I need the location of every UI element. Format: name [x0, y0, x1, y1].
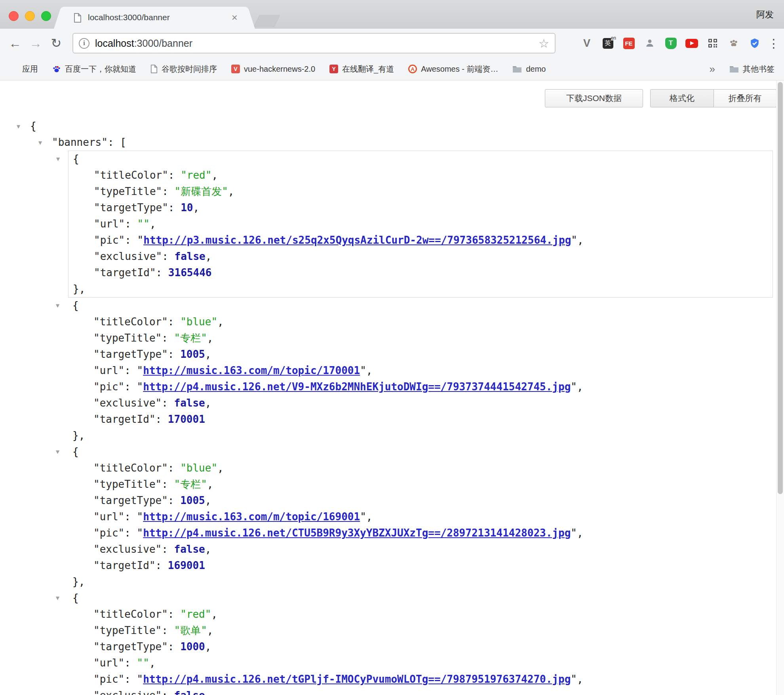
json-key: "titleColor" [93, 608, 168, 620]
window-minimize-button[interactable] [25, 11, 35, 21]
json-line: "targetType": 1005, [68, 346, 773, 363]
json-comma: , [150, 218, 156, 230]
json-number-value: 170001 [168, 413, 205, 425]
bookmark-star-icon[interactable]: ☆ [539, 36, 549, 50]
bookmark-label: 在线翻译_有道 [342, 64, 394, 74]
window-controls [9, 11, 51, 21]
json-key: "pic" [93, 673, 124, 685]
forward-button[interactable]: → [25, 36, 46, 51]
json-line: "pic": "http://p4.music.126.net/V9-MXz6b… [68, 379, 773, 395]
json-number-value: 10 [181, 202, 193, 214]
folder-icon [729, 65, 739, 73]
json-url-link[interactable]: http://p4.music.126.net/tGPljf-IMOCyPvum… [143, 673, 571, 685]
json-url-link[interactable]: http://p4.music.126.net/CTU5B9R9y3XyYBZX… [143, 527, 571, 539]
new-tab-button[interactable] [254, 15, 280, 27]
json-key: "exclusive" [93, 689, 162, 695]
reload-button[interactable]: ↻ [46, 36, 67, 51]
json-banner-object: ▼{"titleColor": "red","typeTitle": "歌单",… [68, 590, 773, 695]
json-url-link[interactable]: http://p3.music.126.net/s25q2x5QyqsAzilC… [143, 234, 571, 246]
close-tab-icon[interactable]: × [232, 11, 238, 24]
json-number-value: 1005 [180, 348, 205, 360]
window-close-button[interactable] [9, 11, 19, 21]
json-colon: : [162, 332, 174, 344]
back-button[interactable]: ← [5, 36, 25, 51]
other-bookmarks[interactable]: 其他书签 [729, 64, 774, 74]
bookmark-apps[interactable]: 应用 [10, 64, 38, 74]
json-key: "typeTitle" [93, 332, 162, 344]
json-key: "targetId" [94, 267, 156, 279]
json-line: "url": "http://music.163.com/m/topic/170… [68, 363, 773, 379]
browser-tab[interactable]: localhost:3000/banner × [63, 7, 246, 29]
bookmarks-overflow-chevron[interactable]: » [710, 63, 715, 75]
json-colon: : [162, 250, 174, 262]
t-glyph: T [665, 38, 677, 49]
json-key: "targetType" [93, 495, 168, 506]
json-line: "exclusive": false, [68, 541, 773, 558]
vue-icon: V [231, 65, 240, 73]
json-line: "titleColor": "red", [69, 167, 773, 183]
json-key: "exclusive" [93, 397, 162, 409]
json-comma: , [205, 543, 211, 555]
bookmark-vue-hackernews[interactable]: V vue-hackernews-2.0 [231, 65, 315, 74]
bookmark-google-sort[interactable]: 谷歌按时间排序 [150, 64, 217, 74]
bookmark-demo[interactable]: demo [512, 65, 546, 74]
browser-window: localhost:3000/banner × 阿发 ← → ↻ i local… [0, 0, 784, 695]
json-boolean-value: false [174, 689, 205, 695]
json-string-value: "blue" [180, 316, 217, 328]
youtube-extension-icon[interactable] [685, 36, 698, 50]
collapse-toggle-icon[interactable]: ▼ [38, 135, 52, 151]
collapse-toggle-icon[interactable]: ▼ [56, 590, 59, 606]
json-line: "typeTitle": "专栏", [68, 330, 773, 346]
collapse-toggle-icon[interactable]: ▼ [56, 298, 59, 314]
json-colon: : [156, 267, 168, 279]
scrollbar-thumb[interactable] [778, 82, 783, 494]
json-colon: : [156, 559, 168, 571]
json-line: }, [68, 428, 773, 444]
json-number-value: 1000 [180, 641, 205, 653]
page-info-icon[interactable]: i [79, 38, 89, 49]
collapse-toggle-icon[interactable]: ▼ [17, 118, 30, 135]
shield-t-extension-icon[interactable]: T [664, 36, 677, 50]
json-colon: : [162, 624, 174, 636]
json-open-brace: { [72, 300, 79, 311]
browser-toolbar: ← → ↻ i localhost:3000/banner ☆ V 英en FE… [0, 29, 784, 58]
json-key: "exclusive" [93, 543, 162, 555]
json-comma: , [366, 365, 373, 376]
menu-icon[interactable]: ⋮ [769, 36, 778, 50]
json-line: ▼"banners": [ [0, 134, 775, 151]
json-line: ▼{ [68, 590, 773, 606]
json-url-link[interactable]: http://p4.music.126.net/V9-MXz6b2MNhEKju… [143, 381, 571, 393]
collapse-toggle-icon[interactable]: ▼ [56, 444, 59, 460]
window-fullscreen-button[interactable] [41, 11, 51, 21]
collapse-toggle-icon[interactable]: ▼ [56, 151, 60, 167]
paw-extension-icon[interactable] [727, 36, 740, 50]
json-line: "titleColor": "blue", [68, 314, 773, 330]
json-colon: : [124, 365, 137, 376]
nav-buttons: ← → ↻ [5, 29, 67, 58]
bookmark-youdao[interactable]: Y 在线翻译_有道 [329, 64, 394, 74]
fe-extension-icon[interactable]: FE [622, 36, 636, 50]
qr-code-extension-icon[interactable] [706, 36, 719, 50]
translate-extension-icon[interactable]: 英en [601, 36, 615, 50]
json-line: "targetId": 3165446 [69, 265, 773, 281]
address-bar[interactable]: i localhost:3000/banner ☆ [72, 33, 556, 53]
json-key: "url" [93, 657, 124, 669]
json-viewer: ▼{ ▼"banners": [ ▼{"titleColor": "red","… [0, 80, 775, 695]
json-open-brace: { [30, 120, 36, 132]
json-comma: , [577, 673, 583, 685]
bookmark-label: demo [526, 65, 546, 74]
tab-strip: localhost:3000/banner × 阿发 [0, 0, 784, 29]
en-glyph: en [611, 36, 616, 40]
json-line: "typeTitle": "专栏", [68, 476, 773, 493]
json-key: "exclusive" [94, 250, 162, 262]
json-url-link[interactable]: http://music.163.com/m/topic/169001 [143, 511, 360, 523]
page-content: 下载JSON数据 格式化 折叠所有 ▼{ ▼"banners": [ ▼{"ti… [0, 80, 784, 695]
bookmark-label: Awesomes - 前端资… [421, 64, 498, 74]
json-url-link[interactable]: http://music.163.com/m/topic/170001 [143, 365, 360, 376]
bookmark-awesomes[interactable]: A Awesomes - 前端资… [408, 64, 498, 74]
bookmark-baidu[interactable]: 百度一下，你就知道 [52, 64, 136, 74]
json-boolean-value: false [174, 543, 205, 555]
shield-check-extension-icon[interactable] [748, 36, 761, 50]
person-extension-icon[interactable] [643, 36, 657, 50]
vimium-extension-icon[interactable]: V [580, 36, 594, 50]
